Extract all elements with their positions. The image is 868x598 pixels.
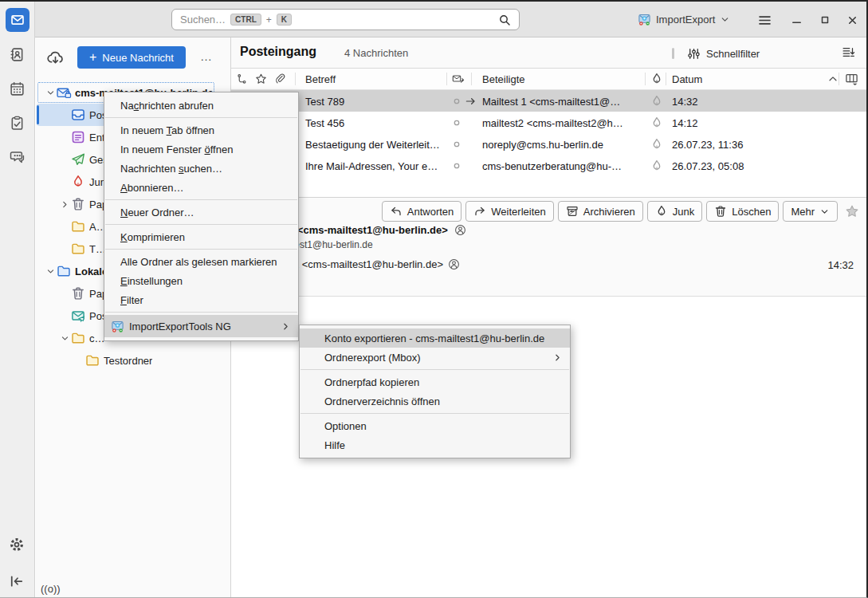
chevron-right-icon[interactable] — [59, 200, 71, 209]
folder-pane-options-button[interactable]: … — [195, 47, 218, 65]
trash-icon — [71, 197, 86, 211]
window-close-button[interactable] — [843, 11, 861, 29]
menu-separator — [300, 413, 569, 414]
junk-icon — [71, 175, 86, 189]
junk-toggle-icon[interactable] — [650, 138, 663, 151]
search-icon — [498, 14, 511, 26]
attachment-column-icon[interactable] — [274, 73, 286, 85]
draft-icon — [71, 130, 86, 144]
menu-item-konto-exportieren-cms-mailtest1-hu-berlin-de[interactable]: Konto exportieren - cms-mailtest1@hu-ber… — [300, 329, 570, 348]
menu-item-label: Alle Ordner als gelesen markieren — [120, 256, 277, 268]
menu-item-filter[interactable]: Filter — [104, 290, 298, 309]
message-pane: AntwortenWeiterleitenArchivierenJunkLösc… — [231, 197, 866, 297]
maximize-icon — [819, 14, 831, 26]
search-placeholder: Suchen… — [180, 14, 226, 26]
message-list-toolbar: Posteingang 4 Nachrichten Schnellfilter — [231, 37, 866, 69]
quickfilter-button[interactable]: Schnellfilter — [687, 44, 760, 63]
message-list-header: Betreff Beteiligte Datum — [231, 69, 866, 90]
junk-column-icon[interactable] — [650, 73, 663, 85]
global-search-input[interactable]: Suchen… CTRL + K — [171, 9, 520, 30]
menu-item-alle-ordner-als-gelesen-markieren[interactable]: Alle Ordner als gelesen markieren — [104, 252, 298, 271]
toolbar-separator — [672, 48, 674, 59]
star-message-icon[interactable] — [845, 204, 859, 218]
space-settings[interactable] — [9, 537, 25, 553]
menu-item-ordnerexport-mbox[interactable]: Ordnerexport (Mbox) — [300, 348, 570, 367]
menu-item-komprimieren[interactable]: Komprimieren — [104, 227, 298, 246]
message-status-column-icon[interactable] — [452, 73, 465, 85]
forwarded-icon — [465, 95, 477, 107]
space-collapse-spaces[interactable] — [9, 573, 25, 589]
junk-toggle-icon[interactable] — [650, 159, 663, 172]
action-junk[interactable]: Junk — [647, 201, 702, 222]
star-column-icon[interactable] — [255, 73, 267, 85]
space-calendar[interactable] — [6, 77, 29, 100]
menu-item-ordnerpfad-kopieren[interactable]: Ordnerpfad kopieren — [300, 372, 570, 391]
menu-item-einstellungen[interactable]: Einstellungen — [104, 271, 298, 290]
menu-item-optionen[interactable]: Optionen — [300, 416, 570, 435]
action-archivieren[interactable]: Archivieren — [558, 201, 643, 222]
menu-item-nachrichten-abrufen[interactable]: Nachrichten abrufen — [104, 96, 298, 115]
menu-item-nachrichten-suchen[interactable]: Nachrichten suchen… — [104, 159, 298, 178]
column-header-correspondents[interactable]: Beteiligte — [482, 73, 524, 85]
action-label: Weiterleiten — [491, 206, 545, 218]
menu-item-label: Optionen — [324, 420, 367, 432]
junk-toggle-icon[interactable] — [650, 116, 663, 129]
window-minimize-button[interactable] — [787, 11, 805, 29]
space-tasks[interactable] — [6, 111, 29, 135]
message-row-test-789[interactable]: Test 789Mailtest 1 <cms-mailtest1@…14:32 — [231, 90, 866, 112]
plus-icon: + — [89, 51, 96, 64]
folder-icon — [71, 242, 86, 256]
chevron-down-icon[interactable] — [59, 334, 71, 343]
menu-item-in-neuem-tab-öffnen[interactable]: In neuem Tab öffnen — [104, 120, 298, 140]
menu-separator — [300, 369, 569, 370]
chevron-down-icon[interactable] — [45, 89, 57, 97]
column-picker-icon[interactable] — [845, 73, 858, 86]
sent-icon — [71, 152, 86, 167]
column-header-date[interactable]: Datum — [672, 73, 702, 85]
new-message-label: Neue Nachricht — [102, 52, 174, 64]
folder-icon — [85, 353, 100, 368]
menu-item-neuer-ordner[interactable]: Neuer Ordner… — [104, 203, 298, 222]
reply-icon — [390, 205, 403, 218]
space-addressbook[interactable] — [6, 42, 29, 66]
addressbook-icon — [10, 47, 25, 62]
message-row-ihre-mail-adressen-your-e[interactable]: Ihre Mail-Adressen, Your e…cms-benutzerb… — [231, 155, 866, 176]
window-maximize-button[interactable] — [816, 11, 834, 29]
action-löschen[interactable]: Löschen — [706, 201, 779, 222]
message-row-bestaetigung-der-weiterleit[interactable]: Bestaetigung der Weiterleit…noreply@cms.… — [231, 133, 866, 155]
get-messages-icon[interactable] — [46, 49, 65, 65]
menu-item-label: ImportExportTools NG — [129, 321, 231, 332]
avatar-icon — [454, 224, 466, 236]
action-weiterleiten[interactable]: Weiterleiten — [465, 201, 553, 222]
importexporttools-submenu: Konto exportieren - cms-mailtest1@hu-ber… — [299, 325, 571, 458]
action-mehr[interactable]: Mehr — [783, 201, 838, 222]
importexport-toolbar-button[interactable]: ImportExport — [638, 10, 730, 30]
archive-icon — [566, 205, 579, 218]
column-header-subject[interactable]: Betreff — [305, 73, 336, 85]
importexport-icon — [638, 13, 651, 26]
minimize-icon — [791, 14, 803, 26]
space-chat[interactable] — [6, 145, 29, 169]
folder-testordner[interactable]: Testordner — [37, 349, 215, 372]
message-subject: Bestaetigung der Weiterleit… — [305, 138, 440, 150]
menu-item-label: In neuem Fenster öffnen — [120, 144, 233, 155]
new-message-button[interactable]: + Neue Nachricht — [77, 46, 186, 69]
space-mail[interactable] — [6, 8, 29, 32]
chevron-down-icon[interactable] — [45, 267, 57, 276]
action-label: Mehr — [791, 206, 815, 218]
app-menu-button[interactable] — [756, 11, 773, 29]
menu-item-in-neuem-fenster-öffnen[interactable]: In neuem Fenster öffnen — [104, 140, 298, 159]
menu-item-hilfe[interactable]: Hilfe — [300, 435, 570, 454]
message-row-test-456[interactable]: Test 456mailtest2 <cms-mailtest2@h…14:12 — [231, 112, 866, 133]
menu-item-ordnerverzeichnis-öffnen[interactable]: Ordnerverzeichnis öffnen — [300, 391, 570, 411]
menu-item-importexporttools-ng[interactable]: ImportExportTools NG — [104, 315, 298, 337]
menu-item-abonnieren[interactable]: Abonnieren… — [104, 178, 298, 197]
junk-toggle-icon[interactable] — [650, 95, 663, 108]
quickfilter-icon — [687, 47, 701, 61]
message-count: 4 Nachrichten — [344, 47, 408, 59]
message-list-display-options-icon[interactable] — [842, 45, 855, 59]
menu-item-label: Konto exportieren - cms-mailtest1@hu-ber… — [324, 332, 544, 344]
thread-column-icon[interactable] — [236, 73, 248, 85]
action-antworten[interactable]: Antworten — [382, 201, 462, 222]
message-correspondent: Mailtest 1 <cms-mailtest1@… — [482, 95, 620, 107]
